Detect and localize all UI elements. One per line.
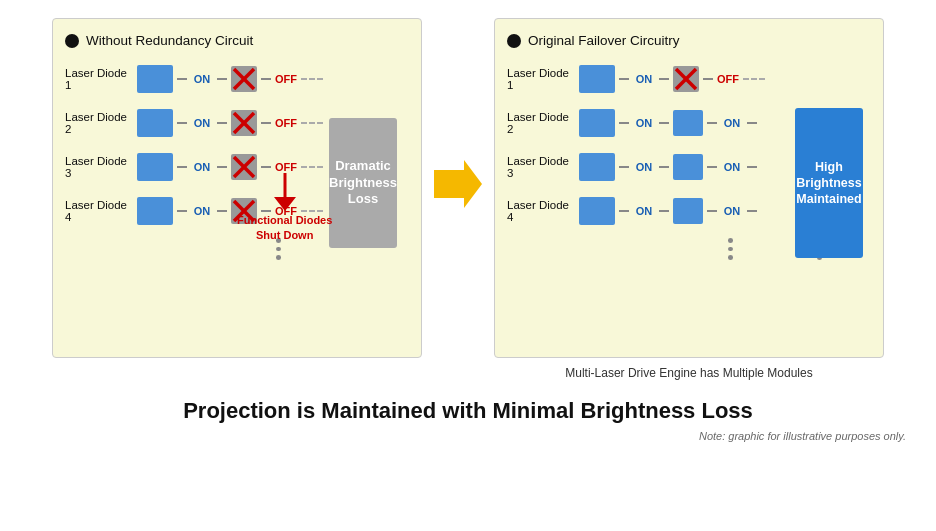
output-label: High Brightness Maintained: [796, 159, 861, 208]
connector-line: [177, 122, 187, 124]
on-label: ON: [191, 117, 213, 129]
right-panel-wrapper: Original Failover Circuitry Laser Diode …: [494, 18, 884, 380]
diagrams-row: Without Redundancy Circuit Laser Diode 1…: [20, 18, 916, 380]
dot: [276, 247, 281, 252]
svg-marker-14: [434, 160, 482, 208]
connector-line: [177, 78, 187, 80]
x-connector: [231, 66, 257, 92]
diode-label: Laser Diode 3: [65, 155, 133, 179]
connector-line: [217, 78, 227, 80]
off-label: OFF: [275, 161, 297, 173]
off-label: OFF: [275, 117, 297, 129]
connector-line: [619, 78, 629, 80]
connector-line: [747, 210, 757, 212]
connector-line: [659, 166, 669, 168]
blue-rect: [579, 65, 615, 93]
diode-label: Laser Diode 1: [507, 67, 575, 91]
blue-rect-small: [673, 198, 703, 224]
connector-line: [177, 166, 187, 168]
dot: [728, 247, 733, 252]
dot: [728, 255, 733, 260]
on-label: ON: [191, 161, 213, 173]
right-panel: Original Failover Circuitry Laser Diode …: [494, 18, 884, 358]
bullet-right: [507, 34, 521, 48]
diode-label: Laser Diode 2: [507, 111, 575, 135]
functional-diodes-label: Functional Diodes Shut Down: [237, 213, 332, 242]
bottom-title: Projection is Maintained with Minimal Br…: [183, 398, 753, 424]
on-label: ON: [633, 117, 655, 129]
connector-line: [707, 166, 717, 168]
on-label: ON: [633, 73, 655, 85]
diode-label: Laser Diode 4: [507, 199, 575, 223]
table-row: Laser Diode 1 ON OFF: [65, 62, 409, 96]
right-title-text: Original Failover Circuitry: [528, 33, 680, 48]
on-label: ON: [191, 205, 213, 217]
connector-line: [217, 210, 227, 212]
output-label: Dramatic Brightness Loss: [329, 158, 397, 209]
right-subtitle: Multi-Laser Drive Engine has Multiple Mo…: [504, 366, 874, 380]
blue-rect: [579, 197, 615, 225]
red-arrow-icon: [274, 173, 296, 211]
connector-line: [177, 210, 187, 212]
table-row: Laser Diode 1 ON OFF: [507, 62, 871, 96]
connector-line: [261, 166, 271, 168]
connector-line: [261, 78, 271, 80]
right-diodes-area: Laser Diode 1 ON OFF Laser Diode 2: [507, 62, 871, 260]
diode-label: Laser Diode 1: [65, 67, 133, 91]
blue-rect: [137, 65, 173, 93]
transition-arrow-icon: [434, 160, 482, 208]
connector-line: [703, 78, 713, 80]
blue-rect: [137, 197, 173, 225]
connector-line: [659, 122, 669, 124]
dot: [276, 255, 281, 260]
on-label: ON: [633, 205, 655, 217]
connector-line: [707, 210, 717, 212]
left-panel-title: Without Redundancy Circuit: [65, 33, 409, 48]
connector-line: [707, 122, 717, 124]
blue-rect: [137, 109, 173, 137]
left-title-text: Without Redundancy Circuit: [86, 33, 253, 48]
dot: [728, 238, 733, 243]
x-connector: [673, 66, 699, 92]
blue-rect-small: [673, 110, 703, 136]
connector-line: [747, 122, 757, 124]
note-text: Note: graphic for illustrative purposes …: [20, 430, 916, 442]
connector-line: [619, 166, 629, 168]
blue-rect: [137, 153, 173, 181]
x-connector: [231, 110, 257, 136]
dotted-line: [743, 78, 765, 80]
output-box-blue: High Brightness Maintained: [795, 108, 863, 258]
connector-line: [619, 122, 629, 124]
off-label: OFF: [717, 73, 739, 85]
connector-line: [217, 166, 227, 168]
blue-rect-small: [673, 154, 703, 180]
blue-rect: [579, 109, 615, 137]
left-panel: Without Redundancy Circuit Laser Diode 1…: [52, 18, 422, 358]
left-diodes-area: Laser Diode 1 ON OFF Laser Diode 2 ON: [65, 62, 409, 260]
on-label: ON: [721, 205, 743, 217]
connector-line: [217, 122, 227, 124]
svg-marker-13: [274, 197, 296, 211]
arrow-down-red: Functional Diodes Shut Down: [237, 173, 332, 242]
connector-line: [659, 210, 669, 212]
off-label: OFF: [275, 73, 297, 85]
dotted-line: [301, 78, 323, 80]
dotted-line: [301, 166, 323, 168]
connector-line: [619, 210, 629, 212]
diode-label: Laser Diode 4: [65, 199, 133, 223]
on-label: ON: [191, 73, 213, 85]
bullet-left: [65, 34, 79, 48]
connector-line: [747, 166, 757, 168]
on-label: ON: [721, 117, 743, 129]
connector-line: [659, 78, 669, 80]
dotted-line: [301, 122, 323, 124]
on-label: ON: [721, 161, 743, 173]
connector-line: [261, 122, 271, 124]
diode-label: Laser Diode 2: [65, 111, 133, 135]
diode-label: Laser Diode 3: [507, 155, 575, 179]
blue-rect: [579, 153, 615, 181]
on-label: ON: [633, 161, 655, 173]
right-panel-title: Original Failover Circuitry: [507, 33, 871, 48]
output-box-gray: Dramatic Brightness Loss: [329, 118, 397, 248]
arrow-right-yellow: [434, 160, 482, 208]
